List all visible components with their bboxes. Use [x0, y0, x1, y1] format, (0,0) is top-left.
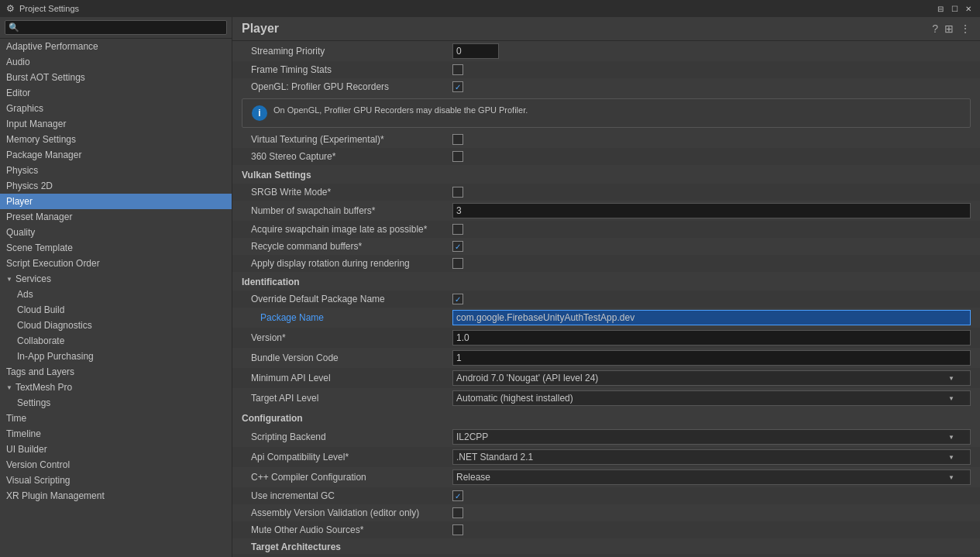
sidebar-item-cloud-diagnostics[interactable]: Cloud Diagnostics: [0, 318, 232, 333]
sidebar-item-timeline[interactable]: Timeline: [0, 426, 232, 442]
frame-timing-value: [452, 64, 971, 75]
sidebar-item-player[interactable]: Player: [0, 194, 232, 209]
cpp-compiler-arrow: ▼: [948, 474, 954, 481]
sidebar-item-adaptive-performance[interactable]: Adaptive Performance: [0, 39, 232, 54]
opengl-profiler-label: OpenGL: Profiler GPU Recorders: [251, 81, 452, 92]
search-input[interactable]: [22, 23, 223, 33]
swapchain-buffers-input[interactable]: [452, 203, 971, 218]
frame-timing-checkbox[interactable]: [452, 64, 463, 75]
sidebar-item-physics[interactable]: Physics: [0, 163, 232, 178]
sidebar-item-input-manager[interactable]: Input Manager: [0, 116, 232, 132]
sidebar-item-preset-manager[interactable]: Preset Manager: [0, 209, 232, 225]
sidebar-item-label: Input Manager: [6, 119, 66, 129]
api-compat-dropdown[interactable]: .NET Standard 2.1 ▼: [452, 449, 971, 465]
override-package-name-checkbox[interactable]: [452, 294, 463, 304]
sidebar-item-graphics[interactable]: Graphics: [0, 101, 232, 116]
incremental-gc-checkbox[interactable]: [452, 490, 463, 501]
close-button[interactable]: ✕: [963, 3, 974, 14]
stereo-capture-checkbox[interactable]: [452, 151, 463, 162]
mute-audio-label: Mute Other Audio Sources*: [251, 524, 452, 535]
sidebar-item-editor[interactable]: Editor: [0, 85, 232, 101]
target-api-dropdown[interactable]: Automatic (highest installed) ▼: [452, 390, 971, 406]
sidebar-item-quality[interactable]: Quality: [0, 225, 232, 240]
sidebar-group-textmesh-pro[interactable]: ▼ TextMesh Pro: [0, 380, 232, 395]
sidebar-item-script-execution-order[interactable]: Script Execution Order: [0, 256, 232, 271]
override-package-name-label: Override Default Package Name: [251, 294, 452, 304]
maximize-button[interactable]: ☐: [949, 3, 960, 14]
sidebar-item-label: Version Control: [6, 459, 70, 470]
sidebar-item-burst-aot[interactable]: Burst AOT Settings: [0, 70, 232, 85]
bundle-version-code-label: Bundle Version Code: [251, 352, 452, 363]
recycle-command-row: Recycle command buffers*: [232, 238, 980, 255]
sidebar-item-cloud-build[interactable]: Cloud Build: [0, 302, 232, 318]
minimum-api-dropdown[interactable]: Android 7.0 'Nougat' (API level 24) ▼: [452, 370, 971, 386]
sidebar-group-services[interactable]: ▼ Services: [0, 271, 232, 287]
sidebar-item-physics-2d[interactable]: Physics 2D: [0, 178, 232, 194]
streaming-priority-value: [452, 43, 971, 59]
minimize-button[interactable]: ⊟: [935, 3, 946, 14]
sidebar-item-ads[interactable]: Ads: [0, 287, 232, 302]
sidebar-item-tags-and-layers[interactable]: Tags and Layers: [0, 364, 232, 380]
sidebar-item-in-app-purchasing[interactable]: In-App Purchasing: [0, 349, 232, 364]
virtual-texturing-checkbox[interactable]: [452, 134, 463, 145]
sidebar-item-label: Cloud Build: [17, 304, 64, 315]
api-compat-value: .NET Standard 2.1 ▼: [452, 449, 971, 465]
info-icon: i: [252, 105, 267, 121]
mute-audio-checkbox[interactable]: [452, 524, 463, 535]
assembly-version-value: [452, 507, 971, 518]
sidebar-item-textmesh-settings[interactable]: Settings: [0, 395, 232, 411]
streaming-priority-input[interactable]: [452, 43, 499, 59]
cpp-compiler-selected: Release: [456, 472, 490, 483]
main-container: 🔍 Adaptive Performance Audio Burst AOT S…: [0, 17, 980, 557]
sidebar-item-label: Physics 2D: [6, 181, 53, 191]
more-options-icon[interactable]: ⋮: [960, 22, 971, 35]
sidebar-item-xr-plugin-management[interactable]: XR Plugin Management: [0, 488, 232, 504]
streaming-priority-label: Streaming Priority: [251, 46, 452, 57]
api-compat-label: Api Compatibility Level*: [251, 452, 452, 462]
package-name-row: Package Name: [232, 308, 980, 328]
sidebar-item-memory-settings[interactable]: Memory Settings: [0, 132, 232, 147]
sidebar-item-label: Tags and Layers: [6, 366, 74, 377]
apply-display-rotation-checkbox[interactable]: [452, 258, 463, 269]
opengl-profiler-checkbox[interactable]: [452, 81, 463, 92]
swapchain-buffers-label: Number of swapchain buffers*: [251, 205, 452, 216]
acquire-swapchain-label: Acquire swapchain image late as possible…: [251, 224, 452, 235]
srgb-write-mode-checkbox[interactable]: [452, 187, 463, 198]
recycle-command-checkbox[interactable]: [452, 241, 463, 252]
panel-header: Player ? ⊞ ⋮: [232, 17, 980, 41]
sidebar-item-label: Script Execution Order: [6, 258, 100, 269]
api-compat-selected: .NET Standard 2.1: [456, 452, 533, 462]
acquire-swapchain-checkbox[interactable]: [452, 224, 463, 235]
sidebar-item-label: Time: [6, 413, 26, 424]
srgb-write-mode-row: SRGB Write Mode*: [232, 184, 980, 201]
version-input[interactable]: [452, 330, 971, 346]
cpp-compiler-value: Release ▼: [452, 469, 971, 485]
info-text: On OpenGL, Profiler GPU Recorders may di…: [273, 105, 528, 115]
minimum-api-arrow: ▼: [948, 375, 954, 382]
assembly-version-checkbox[interactable]: [452, 507, 463, 518]
help-icon[interactable]: ?: [932, 22, 938, 35]
bundle-version-code-input[interactable]: [452, 350, 971, 366]
incremental-gc-row: Use incremental GC: [232, 487, 980, 504]
sidebar-item-audio[interactable]: Audio: [0, 54, 232, 70]
cpp-compiler-dropdown[interactable]: Release ▼: [452, 469, 971, 485]
sidebar-item-version-control[interactable]: Version Control: [0, 457, 232, 473]
sidebar-item-collaborate[interactable]: Collaborate: [0, 333, 232, 349]
version-value: [452, 330, 971, 346]
sidebar-item-visual-scripting[interactable]: Visual Scripting: [0, 473, 232, 488]
incremental-gc-value: [452, 490, 971, 501]
sidebar-item-scene-template[interactable]: Scene Template: [0, 240, 232, 256]
stereo-capture-label: 360 Stereo Capture*: [251, 151, 452, 162]
sidebar-item-label: Audio: [6, 57, 30, 67]
package-name-input[interactable]: [452, 310, 971, 325]
minimum-api-value: Android 7.0 'Nougat' (API level 24) ▼: [452, 370, 971, 386]
search-icon: 🔍: [9, 22, 19, 33]
scripting-backend-dropdown[interactable]: IL2CPP ▼: [452, 429, 971, 445]
sidebar-item-package-manager[interactable]: Package Manager: [0, 147, 232, 163]
recycle-command-value: [452, 241, 971, 252]
sidebar-item-time[interactable]: Time: [0, 411, 232, 426]
sidebar-item-ui-builder[interactable]: UI Builder: [0, 442, 232, 457]
streaming-priority-row: Streaming Priority: [232, 41, 980, 61]
layout-icon[interactable]: ⊞: [944, 22, 954, 35]
sidebar-item-label: Quality: [6, 227, 35, 238]
